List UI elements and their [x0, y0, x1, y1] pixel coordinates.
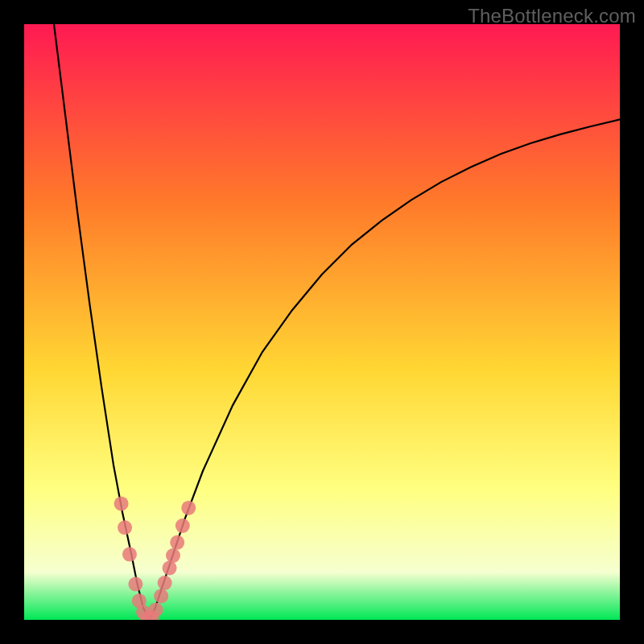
data-marker	[149, 602, 163, 617]
data-marker	[154, 588, 168, 603]
chart-frame: TheBottleneck.com	[0, 0, 644, 644]
data-marker	[175, 518, 190, 533]
chart-svg	[24, 24, 620, 620]
plot-area	[24, 24, 620, 620]
data-marker	[158, 576, 172, 590]
data-marker	[128, 577, 142, 592]
data-marker	[118, 520, 132, 535]
data-marker	[170, 535, 184, 550]
data-marker	[163, 561, 177, 576]
data-marker	[122, 547, 137, 562]
gradient-background	[24, 24, 620, 620]
data-marker	[166, 548, 180, 563]
data-marker	[114, 497, 129, 511]
data-marker	[181, 501, 196, 515]
